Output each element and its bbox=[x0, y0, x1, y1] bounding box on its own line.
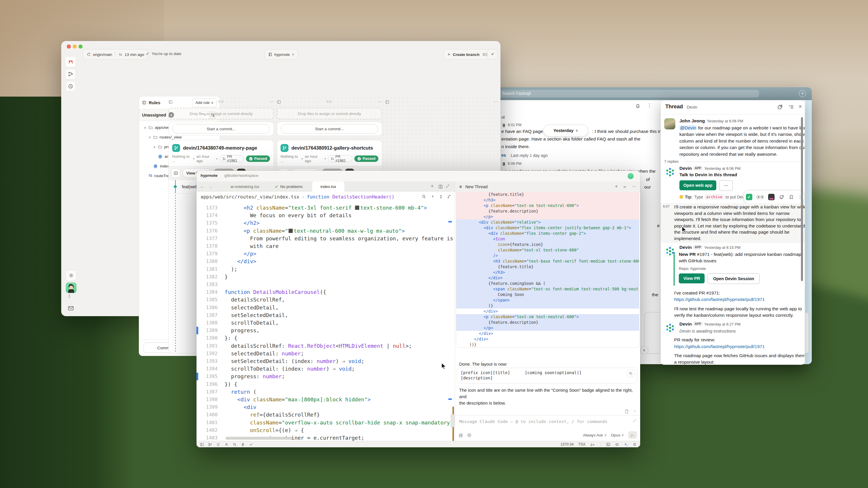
close-icon[interactable]: × bbox=[799, 103, 802, 110]
panel-toggle-icon[interactable] bbox=[200, 443, 204, 447]
code-line[interactable]: 1378 with care bbox=[196, 242, 455, 250]
code-line[interactable]: 1375 </h2> bbox=[196, 219, 455, 227]
code-line[interactable]: 1393 setSelectedDetail: (index: number) … bbox=[196, 357, 455, 365]
more-vert-icon[interactable]: ⋮ bbox=[647, 102, 652, 108]
breadcrumb-symbol[interactable]: DetailsSectionHeader() bbox=[332, 194, 395, 200]
collapse-icon[interactable]: ∨ bbox=[640, 346, 648, 354]
code-line[interactable]: 1389 progress, bbox=[196, 327, 455, 334]
breadcrumb-path[interactable]: apps/web/src/routes/_view/index.tsx bbox=[200, 194, 299, 200]
settings-button[interactable] bbox=[66, 270, 77, 281]
cursor-position[interactable]: 1370:34 bbox=[560, 442, 574, 447]
help-icon[interactable]: ? bbox=[799, 90, 806, 97]
ci-status-badge[interactable]: Passed bbox=[246, 156, 270, 162]
slack-search-bar[interactable]: Search Fastrepl bbox=[483, 90, 759, 97]
assistant-input[interactable]: Message Claude Code — @ to include conte… bbox=[459, 419, 608, 424]
open-devin-session-button[interactable]: Open Devin Session bbox=[708, 273, 760, 284]
language-mode[interactable]: TSX bbox=[578, 442, 585, 447]
bookmark-icon[interactable] bbox=[789, 195, 794, 199]
lane-drag-handle[interactable]: ⠿⠿ ⋯ bbox=[168, 98, 274, 105]
pr-link[interactable]: https://github.com/fastrepl/hyprnote/pul… bbox=[674, 297, 765, 302]
replies-count[interactable]: 7 replies bbox=[664, 159, 679, 164]
code-line[interactable]: 1376 <p className="text-neutral-600 max-… bbox=[196, 227, 455, 235]
start-commit-button[interactable]: Start a commit... bbox=[173, 124, 270, 133]
project-switcher[interactable]: hyprnote ∨ bbox=[265, 49, 298, 60]
pr-pill[interactable]: PR #1982 bbox=[328, 155, 352, 162]
code-line[interactable]: 1380 </div> bbox=[196, 258, 455, 265]
split-icon[interactable] bbox=[438, 185, 443, 189]
start-commit-button[interactable]: Start a commit... bbox=[281, 124, 378, 133]
code-line[interactable]: 1397 return ( bbox=[196, 388, 455, 396]
search-icon[interactable] bbox=[422, 194, 426, 199]
view-pr-button[interactable]: View PR bbox=[679, 273, 705, 283]
pr-link[interactable]: https://github.com/fastrepl/hyprnote/pul… bbox=[674, 344, 765, 349]
minimize-button[interactable] bbox=[73, 44, 77, 48]
avatar[interactable] bbox=[664, 118, 675, 129]
panel-icon[interactable] bbox=[385, 100, 390, 104]
panel-icon[interactable] bbox=[277, 100, 281, 104]
code-line[interactable]: 1374 We focus on every bit of details bbox=[196, 212, 455, 219]
zoom-button[interactable] bbox=[79, 44, 83, 48]
create-branch-button[interactable]: + Create branch ⌘B bbox=[444, 49, 493, 60]
add-reaction-icon[interactable] bbox=[779, 194, 784, 200]
terminal-icon[interactable] bbox=[606, 442, 610, 447]
expand-icon[interactable]: ⤢ bbox=[446, 184, 449, 189]
message-timestamp[interactable]: 6:07 bbox=[663, 205, 670, 208]
drag-dots[interactable]: ⠿⠿ bbox=[327, 100, 332, 104]
outline-icon[interactable] bbox=[216, 443, 220, 447]
drag-dots[interactable]: ⠿⠿ bbox=[218, 100, 224, 104]
code-line[interactable]: 1395 progress: number; bbox=[196, 373, 455, 380]
mention-icon[interactable]: @ bbox=[459, 433, 463, 437]
branch-name[interactable]: devin/1764380912-gallery-shortcuts bbox=[291, 145, 373, 151]
bell-icon[interactable] bbox=[635, 103, 641, 109]
actions-icon[interactable] bbox=[241, 443, 245, 447]
thread-settings-icon[interactable] bbox=[788, 104, 794, 110]
drop-zone[interactable]: Drop files to assign or commit directly bbox=[168, 108, 274, 120]
git-branch-icon[interactable] bbox=[208, 443, 212, 447]
code-line[interactable]: 1386 selectedDetail, bbox=[196, 304, 455, 312]
code-editor[interactable]: 1373 <h2 className="text-3xl font-serif … bbox=[196, 202, 455, 441]
message-timestamp[interactable]: Yesterday at 6:06 PM bbox=[707, 119, 743, 123]
lane-menu-icon[interactable]: ⋯ bbox=[270, 99, 274, 104]
review-button[interactable] bbox=[171, 168, 180, 178]
collab-icon[interactable] bbox=[225, 443, 228, 447]
code-line[interactable]: 1398 <div className="max-[800px]:block h… bbox=[196, 396, 455, 403]
ai-actions-button[interactable] bbox=[487, 49, 498, 60]
thread-scrollbar[interactable] bbox=[801, 117, 803, 281]
debug-icon[interactable] bbox=[615, 442, 619, 447]
message-timestamp[interactable]: Yesterday at 6:06 PM bbox=[704, 166, 741, 171]
code-line[interactable]: 1379 </p> bbox=[196, 250, 455, 258]
send-button[interactable]: ▷ bbox=[628, 431, 637, 439]
message-more-button[interactable]: ··· bbox=[719, 180, 733, 191]
sidebar-item-history[interactable] bbox=[65, 81, 76, 92]
devin-reaction-button[interactable] bbox=[768, 194, 775, 200]
model-select[interactable]: Opus∨ bbox=[611, 433, 624, 437]
account-switcher-chevrons[interactable]: ∧∨ bbox=[68, 294, 70, 298]
code-line[interactable]: 1399 <div bbox=[196, 403, 455, 411]
permission-mode-select[interactable]: Always Ask∨ bbox=[583, 433, 607, 437]
feedback-icon[interactable] bbox=[67, 305, 74, 312]
ai-edit-icon[interactable] bbox=[431, 194, 435, 199]
drop-zone[interactable]: Drop files to assign or commit directly bbox=[277, 108, 382, 120]
code-line[interactable]: 1396}) { bbox=[196, 381, 455, 388]
copy-icon[interactable] bbox=[627, 370, 634, 377]
ai-sparkle-icon[interactable] bbox=[624, 442, 628, 447]
code-line[interactable]: 1382} bbox=[196, 273, 455, 281]
close-button[interactable] bbox=[67, 44, 71, 48]
user-mention[interactable]: @Devin bbox=[679, 125, 697, 130]
problems-indicator[interactable]: No problems bbox=[274, 182, 303, 192]
open-web-app-button[interactable]: Open web app bbox=[679, 180, 716, 190]
h-scrollbar-thumb[interactable] bbox=[225, 437, 293, 440]
sidebar-item-branches[interactable] bbox=[65, 68, 76, 79]
chevron-down-icon[interactable]: ∨ bbox=[144, 126, 147, 130]
devin-avatar[interactable] bbox=[664, 166, 676, 178]
thread-list-icon[interactable] bbox=[623, 185, 627, 189]
lane-drag-handle[interactable]: ⋯ bbox=[385, 98, 498, 105]
devin-avatar[interactable] bbox=[664, 322, 676, 334]
user-avatar[interactable] bbox=[66, 282, 77, 293]
code-line[interactable]: 1391 detailsScrollRef: React.RefObject<H… bbox=[196, 342, 455, 350]
message-timestamp[interactable]: Yesterday at 6:15 PM bbox=[704, 245, 741, 250]
markdown-icon[interactable] bbox=[624, 409, 629, 414]
check-reaction-button[interactable]: ✓ bbox=[746, 194, 752, 200]
refactor-icon[interactable] bbox=[447, 194, 451, 199]
code-line[interactable]: 1390}: { bbox=[196, 334, 455, 342]
